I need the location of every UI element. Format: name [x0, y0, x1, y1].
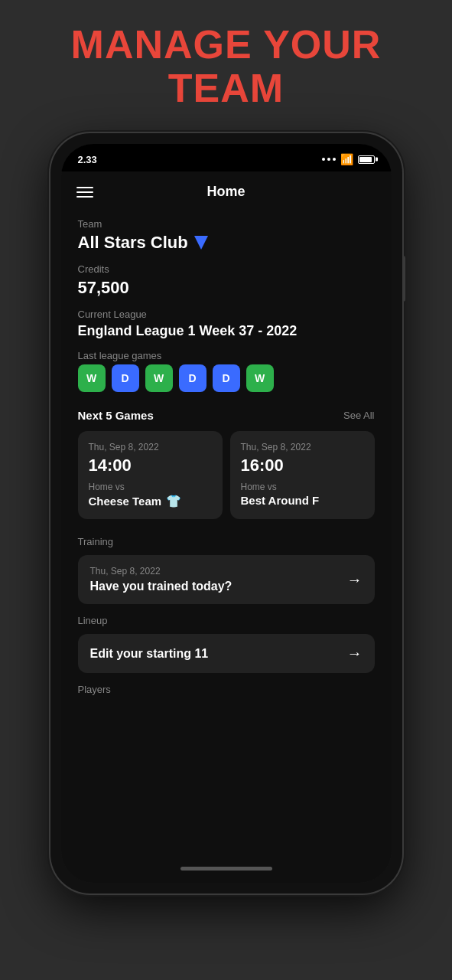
training-date: Thu, Sep 8, 2022 — [90, 566, 233, 577]
title-line2: TEAM — [168, 66, 284, 110]
training-card[interactable]: Thu, Sep 8, 2022 Have you trained today?… — [78, 555, 375, 604]
lineup-label: Lineup — [78, 615, 375, 626]
game-card-2[interactable]: Thu, Sep 8, 2022 16:00 Home vs Best Arou… — [230, 431, 375, 519]
training-card-left: Thu, Sep 8, 2022 Have you trained today? — [90, 566, 233, 593]
team-label: Team — [78, 218, 375, 230]
result-badge-2: D — [112, 364, 139, 392]
league-label: Current League — [78, 309, 375, 320]
game-2-date: Thu, Sep 8, 2022 — [241, 442, 364, 452]
top-bar: Home — [61, 172, 392, 212]
team-badge-icon — [194, 236, 208, 250]
result-badge-5: D — [213, 364, 240, 392]
see-all-button[interactable]: See All — [343, 410, 374, 421]
games-row: Thu, Sep 8, 2022 14:00 Home vs Cheese Te… — [78, 431, 375, 519]
phone-screen: 2.33 📶 Home — [61, 144, 392, 883]
app-content: Home Team All Stars Club Credits 57,500 … — [61, 172, 392, 861]
team-name: All Stars Club — [78, 233, 375, 253]
phone-shell: 2.33 📶 Home — [50, 133, 402, 893]
lineup-text: Edit your starting 11 — [90, 647, 209, 661]
lineup-card[interactable]: Edit your starting 11 → — [78, 634, 375, 673]
status-icons: 📶 — [322, 153, 375, 165]
lineup-arrow-icon: → — [347, 645, 363, 662]
result-badge-3: W — [145, 364, 173, 392]
page-title: MANAGE YOUR TEAM — [71, 23, 382, 110]
shirt-icon: 👕 — [166, 494, 181, 508]
main-content: Team All Stars Club Credits 57,500 Curre… — [61, 212, 392, 710]
training-label: Training — [78, 536, 375, 547]
league-name: England League 1 Week 37 - 2022 — [78, 323, 375, 339]
result-badge-4: D — [179, 364, 206, 392]
game-1-venue: Home vs — [89, 482, 212, 492]
last-games-label: Last league games — [78, 350, 375, 361]
status-time: 2.33 — [78, 154, 97, 165]
battery-icon — [358, 155, 375, 164]
game-card-1[interactable]: Thu, Sep 8, 2022 14:00 Home vs Cheese Te… — [78, 431, 223, 519]
game-2-time: 16:00 — [241, 456, 364, 475]
results-row: W D W D D W — [78, 364, 375, 392]
signal-icon — [322, 158, 336, 161]
status-bar: 2.33 📶 — [61, 144, 392, 172]
nav-title: Home — [206, 184, 245, 200]
players-label: Players — [78, 684, 375, 695]
result-badge-1: W — [78, 364, 106, 392]
credits-label: Credits — [78, 263, 375, 275]
result-badge-6: W — [246, 364, 274, 392]
game-2-venue: Home vs — [241, 482, 364, 492]
credits-value: 57,500 — [78, 278, 375, 298]
next-games-title: Next 5 Games — [78, 409, 154, 422]
bottom-bar — [61, 861, 392, 883]
game-2-opponent: Best Around F — [241, 494, 364, 507]
hamburger-menu[interactable] — [76, 187, 93, 198]
game-1-opponent: Cheese Team 👕 — [89, 494, 212, 508]
training-text: Have you trained today? — [90, 580, 233, 593]
wifi-icon: 📶 — [340, 153, 353, 165]
lineup-card-left: Edit your starting 11 — [90, 647, 209, 661]
team-name-text: All Stars Club — [78, 233, 188, 253]
game-1-date: Thu, Sep 8, 2022 — [89, 442, 212, 452]
home-indicator[interactable] — [180, 867, 272, 871]
training-arrow-icon: → — [347, 571, 363, 589]
title-line1: MANAGE YOUR — [71, 22, 382, 67]
game-1-time: 14:00 — [89, 456, 212, 475]
next-games-header: Next 5 Games See All — [78, 409, 375, 422]
